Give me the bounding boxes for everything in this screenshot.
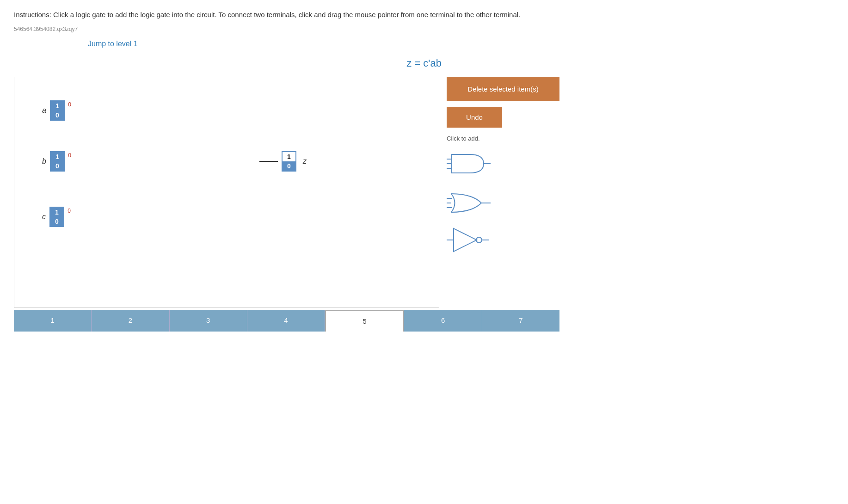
equation-display: z = c'ab bbox=[14, 57, 834, 69]
input-a-zero-small: 0 bbox=[68, 101, 71, 108]
output-z-label: z bbox=[303, 157, 307, 166]
input-a-top[interactable]: 1 bbox=[51, 101, 64, 111]
tabs-bar: 1 2 3 4 5 6 7 bbox=[14, 310, 559, 332]
input-b-label: b bbox=[42, 157, 46, 166]
input-a-toggle-wrapper: 1 0 0 bbox=[50, 100, 65, 121]
tab-4[interactable]: 4 bbox=[247, 310, 325, 332]
tab-3[interactable]: 3 bbox=[170, 310, 247, 332]
and-gate-button[interactable] bbox=[447, 148, 559, 181]
tab-2[interactable]: 2 bbox=[92, 310, 169, 332]
undo-button[interactable]: Undo bbox=[447, 107, 502, 128]
tab-6[interactable]: 6 bbox=[404, 310, 482, 332]
circuit-area: a 1 0 0 b 1 0 0 bbox=[14, 77, 439, 308]
svg-marker-11 bbox=[454, 228, 477, 252]
output-z-bottom: 0 bbox=[283, 161, 295, 171]
page: Instructions: Click a logic gate to add … bbox=[0, 0, 848, 341]
session-id: 546564.3954082.qx3zqy7 bbox=[14, 26, 834, 32]
input-c-toggle-wrapper: 1 0 0 bbox=[49, 207, 64, 227]
not-gate-button[interactable] bbox=[447, 226, 559, 255]
input-a-bottom[interactable]: 0 bbox=[51, 111, 64, 120]
click-to-add-label: Click to add. bbox=[447, 135, 559, 142]
jump-to-level-link[interactable]: Jump to level 1 bbox=[88, 40, 138, 48]
input-a-toggle[interactable]: 1 0 bbox=[50, 100, 65, 121]
input-b-bottom[interactable]: 0 bbox=[51, 161, 64, 171]
tab-5[interactable]: 5 bbox=[325, 310, 404, 332]
input-a-label: a bbox=[42, 106, 46, 115]
input-c-group: c 1 0 0 bbox=[42, 207, 64, 227]
input-b-zero-small: 0 bbox=[68, 152, 71, 159]
input-b-toggle[interactable]: 1 0 bbox=[50, 151, 65, 172]
main-layout: a 1 0 0 b 1 0 0 bbox=[14, 77, 834, 308]
delete-button[interactable]: Delete selected item(s) bbox=[447, 77, 559, 101]
input-c-bottom[interactable]: 0 bbox=[50, 217, 63, 226]
tabs-section: 1 2 3 4 5 6 7 bbox=[14, 310, 559, 332]
or-gate-button[interactable] bbox=[447, 187, 559, 221]
instructions-text: Instructions: Click a logic gate to add … bbox=[14, 9, 661, 20]
input-b-group: b 1 0 0 bbox=[42, 151, 65, 172]
output-z-box: 1 0 bbox=[282, 151, 296, 172]
input-c-top[interactable]: 1 bbox=[50, 208, 63, 217]
output-z-top: 1 bbox=[283, 152, 295, 161]
tab-7[interactable]: 7 bbox=[482, 310, 559, 332]
input-c-toggle[interactable]: 1 0 bbox=[49, 207, 64, 227]
input-a-group: a 1 0 0 bbox=[42, 100, 65, 121]
input-c-zero-small: 0 bbox=[68, 208, 71, 214]
output-z-group: 1 0 z bbox=[259, 151, 307, 172]
sidebar: Delete selected item(s) Undo Click to ad… bbox=[439, 77, 559, 255]
input-c-label: c bbox=[42, 213, 46, 221]
input-b-top[interactable]: 1 bbox=[51, 152, 64, 161]
output-wire bbox=[259, 161, 278, 162]
tab-1[interactable]: 1 bbox=[14, 310, 92, 332]
input-b-toggle-wrapper: 1 0 0 bbox=[50, 151, 65, 172]
